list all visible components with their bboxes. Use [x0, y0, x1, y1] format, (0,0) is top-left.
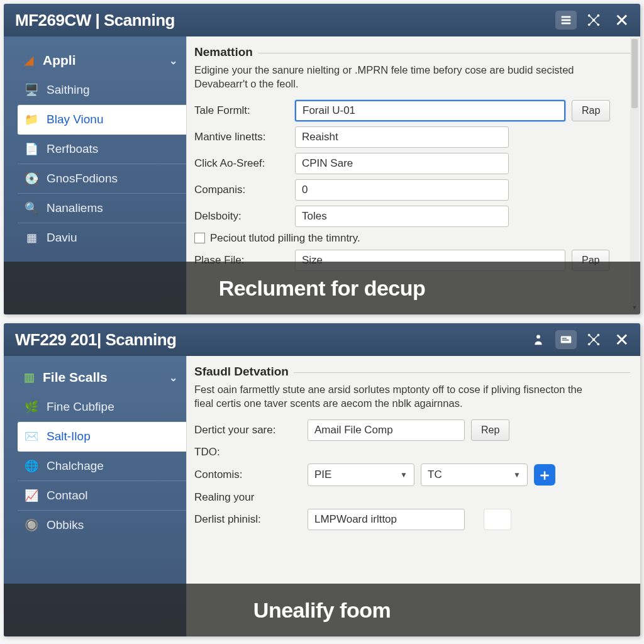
sidebar-item-label: Contaol: [47, 489, 88, 502]
svg-point-8: [536, 335, 540, 338]
file-scalls-icon: ▥: [21, 370, 36, 384]
input-delsboity[interactable]: [295, 206, 509, 227]
sidebar-item-blay-vionu[interactable]: 📁 Blay Vionu: [18, 105, 186, 135]
checkbox-label: Peciout tlutod pilling the timntry.: [210, 232, 360, 245]
label-derlist: Derlist phinisl:: [194, 513, 301, 526]
svg-rect-10: [562, 338, 567, 338]
row-companis: Companis:: [194, 179, 630, 201]
disk-icon: 💽: [24, 172, 39, 186]
sidebar-item-label: Saithing: [47, 83, 90, 97]
window-title: MF269CW | Scanning: [15, 11, 549, 30]
row-click-aosreef: Click Ao-Sreef:: [194, 153, 630, 174]
search-icon: 🔍: [24, 201, 39, 215]
label-realing: Realing your: [194, 491, 301, 504]
section-title-label: Nemattion: [194, 45, 253, 59]
row-tale-formlt: Tale Formlt: Rap: [194, 100, 630, 121]
toolbar-network-icon[interactable]: [583, 11, 604, 30]
section-rule: [258, 53, 630, 53]
sidebar-item-rerfboats[interactable]: 📄 Rerfboats: [18, 135, 186, 164]
sidebar-header-label: Appli: [43, 53, 76, 68]
input-dertict[interactable]: [308, 419, 465, 441]
window-top: MF269CW | Scanning ✕ ◢ Appli ⌄ 🖥️ Saithi…: [4, 4, 640, 314]
svg-rect-2: [562, 23, 571, 25]
titlebar-top: MF269CW | Scanning ✕: [4, 4, 640, 36]
grid-icon: ▦: [24, 231, 39, 245]
input-derlist[interactable]: [308, 509, 465, 530]
caret-down-icon: ▼: [513, 470, 521, 479]
caret-down-icon: ▼: [400, 470, 408, 479]
input-click-aosreef[interactable]: [295, 153, 509, 174]
close-icon[interactable]: ✕: [611, 330, 633, 350]
sidebar-item-label: Obbiks: [47, 518, 84, 532]
overlay-label-top: Reclument for decup: [219, 276, 426, 301]
close-icon[interactable]: ✕: [611, 10, 633, 31]
section-desc-bottom: Fest oain farmettly stute ane arsid sorl…: [194, 382, 597, 411]
sidebar-item-salt-ilop[interactable]: ✉️ Salt-Ilop: [18, 422, 186, 452]
sidebar-item-label: Nanaliems: [47, 201, 103, 215]
card-icon[interactable]: [555, 330, 577, 349]
toolbar-config-icon[interactable]: [555, 11, 577, 30]
label-companis: Companis:: [194, 184, 289, 196]
input-mantive[interactable]: [295, 126, 509, 148]
select-contomis-1[interactable]: PIE ▼: [308, 464, 414, 486]
select-value: PIE: [314, 469, 331, 481]
person-icon[interactable]: [528, 330, 549, 349]
sidebar-item-contaol[interactable]: 📈 Contaol: [18, 481, 186, 511]
window-bottom: WF229 201| Scanning ✕ ▥ File Scalls ⌄ 🌿 …: [4, 323, 640, 636]
select-value: TC: [428, 469, 442, 481]
add-button[interactable]: ＋: [534, 464, 555, 486]
overlay-bottom: Unealify foom: [4, 584, 640, 636]
label-tale-formlt: Tale Formlt:: [194, 104, 289, 117]
sidebar-item-saithing[interactable]: 🖥️ Saithing: [18, 75, 186, 105]
label-mantive: Mantive linetts:: [194, 131, 289, 143]
chevron-down-icon: ⌄: [169, 55, 177, 67]
lens-icon: 🔘: [24, 518, 39, 532]
sidebar-header-top[interactable]: ◢ Appli ⌄: [18, 48, 186, 75]
section-desc-top: Edigine your the sanure nielting or .MPR…: [194, 63, 597, 91]
rap-button[interactable]: Rap: [572, 100, 610, 121]
checkbox-peciout[interactable]: [194, 233, 205, 243]
label-contomis: Contomis:: [194, 469, 301, 481]
sidebar-item-label: Blay Vionu: [47, 113, 104, 126]
row-tdo: TDO:: [194, 446, 630, 458]
blank-button[interactable]: [484, 509, 511, 530]
sidebar-item-label: Fine Cubfipe: [47, 400, 114, 414]
label-dertict: Dertict your sare:: [194, 424, 301, 436]
titlebar-bottom: WF229 201| Scanning ✕: [4, 323, 640, 356]
sidebar-header-label: File Scalls: [43, 370, 108, 385]
sidebar-item-label: Salt-Ilop: [47, 430, 91, 443]
document-icon: 📄: [24, 142, 39, 156]
sidebar-item-label: GnosFodions: [47, 172, 118, 186]
rep-button[interactable]: Rep: [471, 419, 509, 441]
sidebar-item-label: Chalchage: [47, 459, 104, 473]
row-derlist: Derlist phinisl:: [194, 509, 630, 530]
chevron-down-icon: ⌄: [169, 372, 177, 384]
section-rule: [294, 372, 630, 373]
sidebar-item-daviu[interactable]: ▦ Daviu: [18, 223, 186, 252]
folder-icon: 📁: [24, 113, 39, 126]
svg-rect-0: [562, 16, 571, 18]
row-contomis: Contomis: PIE ▼ TC ▼ ＋: [194, 464, 630, 486]
select-contomis-2[interactable]: TC ▼: [421, 464, 528, 486]
sidebar-header-bottom[interactable]: ▥ File Scalls ⌄: [18, 365, 186, 392]
label-delsboity: Delsboity:: [194, 210, 289, 223]
section-title-bottom: Sfaudl Detvation: [194, 365, 630, 379]
row-checkbox[interactable]: Peciout tlutod pilling the timntry.: [194, 232, 630, 245]
sidebar-item-obbiks[interactable]: 🔘 Obbiks: [18, 511, 186, 540]
leaf-icon: 🌿: [24, 400, 39, 414]
input-tale-formlt[interactable]: [295, 100, 565, 121]
envelope-icon: ✉️: [24, 430, 39, 443]
scroll-thumb[interactable]: [631, 39, 638, 108]
sidebar-item-chalchage[interactable]: 🌐 Chalchage: [18, 452, 186, 481]
input-companis[interactable]: [295, 179, 509, 201]
sidebar-item-nanaliems[interactable]: 🔍 Nanaliems: [18, 194, 186, 223]
globe-icon: 🌐: [24, 459, 39, 473]
toolbar-network-icon[interactable]: [583, 330, 604, 349]
overlay-top: Reclument for decup: [4, 262, 640, 314]
section-title-top: Nemattion: [194, 45, 630, 59]
sidebar-item-gnosfodions[interactable]: 💽 GnosFodions: [18, 164, 186, 194]
monitor-icon: 🖥️: [24, 83, 39, 97]
label-click-aosreef: Click Ao-Sreef:: [194, 157, 289, 170]
sidebar-item-fine-cubfipe[interactable]: 🌿 Fine Cubfipe: [18, 392, 186, 422]
row-mantive: Mantive linetts:: [194, 126, 630, 148]
